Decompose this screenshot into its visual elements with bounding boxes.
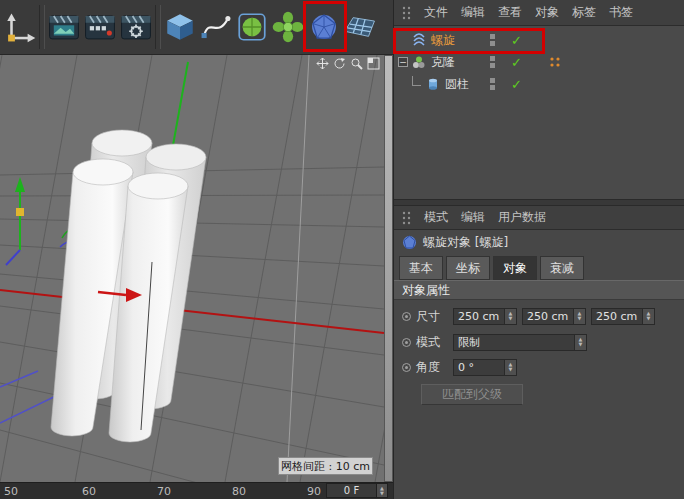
enable-check-icon[interactable]: ✓ — [511, 33, 522, 48]
ruler-tick-label: 50 — [4, 485, 18, 498]
spinner[interactable]: ▲▼ — [504, 308, 517, 325]
cylinder-object-icon — [426, 77, 440, 91]
toolbar-separator — [39, 5, 45, 49]
size-z-field[interactable]: 250 cm▲▼ — [591, 308, 655, 325]
size-property-row: 尺寸 250 cm▲▼ 250 cm▲▼ 250 cm▲▼ — [394, 306, 684, 326]
menu-tags[interactable]: 标签 — [572, 4, 596, 21]
object-manager-menubar: 文件 编辑 查看 对象 标签 书签 — [394, 0, 684, 26]
orbit-view-icon[interactable] — [333, 57, 346, 70]
panel-grip-icon[interactable] — [402, 6, 411, 20]
move-tool-icon[interactable] — [2, 3, 38, 51]
size-label: 尺寸 — [416, 308, 440, 325]
ruler-tick-label: 60 — [82, 485, 96, 498]
array-generator-icon[interactable] — [270, 3, 306, 51]
world-x-axis — [0, 290, 384, 333]
viewport-scrollbar[interactable] — [384, 55, 393, 482]
zoom-view-icon[interactable] — [350, 57, 363, 70]
keyframe-dot-icon[interactable] — [402, 312, 411, 321]
viewport-nav-controls — [316, 57, 380, 70]
helix-object-icon — [402, 235, 417, 250]
viewport-canvas[interactable] — [0, 55, 384, 482]
keyframe-dot-icon[interactable] — [402, 338, 411, 347]
menu-bookmarks[interactable]: 书签 — [609, 4, 633, 21]
enable-check-icon[interactable]: ✓ — [511, 55, 522, 70]
panel-splitter[interactable] — [394, 199, 684, 206]
size-y-field[interactable]: 250 cm▲▼ — [522, 308, 586, 325]
grid-spacing-label: 网格间距 : 10 cm — [278, 457, 373, 475]
size-x-field[interactable]: 250 cm▲▼ — [453, 308, 517, 325]
angle-label: 角度 — [416, 359, 440, 376]
pan-view-icon[interactable] — [316, 57, 329, 70]
enable-check-icon[interactable]: ✓ — [511, 77, 522, 92]
angle-field[interactable]: 0 °▲▼ — [453, 359, 517, 376]
viewport-3d[interactable]: 网格间距 : 10 cm — [0, 55, 384, 482]
hierarchy-connector — [412, 76, 421, 86]
menu-view[interactable]: 查看 — [498, 4, 522, 21]
collapse-toggle-icon[interactable]: − — [398, 57, 408, 67]
mode-label: 模式 — [416, 334, 440, 351]
attribute-tabs: 基本 坐标 对象 衰减 — [394, 254, 684, 280]
match-to-parent-button[interactable]: 匹配到父级 — [421, 384, 523, 405]
subdivision-surface-icon[interactable] — [234, 3, 270, 51]
menu-mode[interactable]: 模式 — [424, 209, 448, 226]
ruler-tick-label: 70 — [157, 485, 171, 498]
menu-object[interactable]: 对象 — [535, 4, 559, 21]
toolbar-separator — [155, 5, 161, 49]
tab-object[interactable]: 对象 — [493, 256, 537, 280]
tab-falloff[interactable]: 衰减 — [540, 256, 584, 280]
keyframe-dot-icon[interactable] — [402, 363, 411, 372]
render-settings-icon[interactable] — [118, 3, 154, 51]
frame-spinner[interactable]: ▲▼ — [376, 484, 387, 497]
render-region-icon[interactable] — [82, 3, 118, 51]
object-name[interactable]: 克隆 — [431, 54, 455, 71]
primitive-cube-icon[interactable] — [162, 3, 198, 51]
ruler-tick-label: 80 — [232, 485, 246, 498]
helix-deformer-icon[interactable] — [306, 3, 342, 51]
cloner-object-icon — [412, 55, 426, 69]
menu-file[interactable]: 文件 — [424, 4, 448, 21]
menu-user-data[interactable]: 用户数据 — [498, 209, 546, 226]
spinner[interactable]: ▲▼ — [642, 308, 655, 325]
tab-basic[interactable]: 基本 — [399, 256, 443, 280]
object-row-helix[interactable]: 螺旋 ✓ — [394, 29, 684, 51]
mode-property-row: 模式 限制▲▼ — [394, 332, 684, 352]
object-row-cloner[interactable]: − 克隆 ✓ — [394, 51, 684, 73]
mode-dropdown[interactable]: 限制▲▼ — [453, 334, 587, 351]
dropdown-arrows-icon[interactable]: ▲▼ — [574, 334, 587, 351]
object-manager-list: 螺旋 ✓ − 克隆 ✓ 圆柱 ✓ — [394, 26, 684, 199]
object-name[interactable]: 螺旋 — [431, 32, 455, 49]
visibility-toggles[interactable] — [490, 34, 495, 46]
object-name[interactable]: 圆柱 — [445, 76, 469, 93]
object-properties-header: 对象属性 — [394, 280, 684, 300]
mograph-badge-icon — [549, 56, 561, 68]
frame-value: 0 F — [327, 484, 376, 497]
menu-edit[interactable]: 编辑 — [461, 4, 485, 21]
timeline-frame-field[interactable]: 0 F ▲▼ — [326, 483, 388, 498]
object-row-cylinder[interactable]: 圆柱 ✓ — [394, 73, 684, 95]
spline-pen-icon[interactable] — [198, 3, 234, 51]
floor-grid-icon[interactable] — [342, 3, 378, 51]
menu-edit[interactable]: 编辑 — [461, 209, 485, 226]
visibility-toggles[interactable] — [490, 78, 495, 90]
cinema4d-window: 网格间距 : 10 cm 50 60 70 80 90 0 F ▲▼ 文件 编辑… — [0, 0, 684, 499]
right-panel: 文件 编辑 查看 对象 标签 书签 螺旋 ✓ − 克隆 ✓ — [393, 0, 684, 499]
render-view-icon[interactable] — [46, 3, 82, 51]
ruler-tick-label: 90 — [307, 485, 321, 498]
angle-property-row: 角度 0 °▲▼ — [394, 357, 684, 377]
attribute-title-row: 螺旋对象 [螺旋] — [394, 230, 684, 254]
toggle-view-icon[interactable] — [367, 57, 380, 70]
panel-grip-icon[interactable] — [402, 211, 411, 225]
visibility-toggles[interactable] — [490, 56, 495, 68]
tab-coordinates[interactable]: 坐标 — [446, 256, 490, 280]
main-toolbar — [0, 0, 393, 55]
world-axis-gizmo[interactable] — [6, 177, 25, 265]
helix-object-icon — [412, 33, 426, 47]
attribute-manager-menubar: 模式 编辑 用户数据 — [394, 206, 684, 230]
attribute-object-title: 螺旋对象 [螺旋] — [423, 234, 508, 251]
spinner[interactable]: ▲▼ — [573, 308, 586, 325]
cylinder-objects[interactable] — [51, 130, 206, 442]
spinner[interactable]: ▲▼ — [504, 359, 517, 376]
